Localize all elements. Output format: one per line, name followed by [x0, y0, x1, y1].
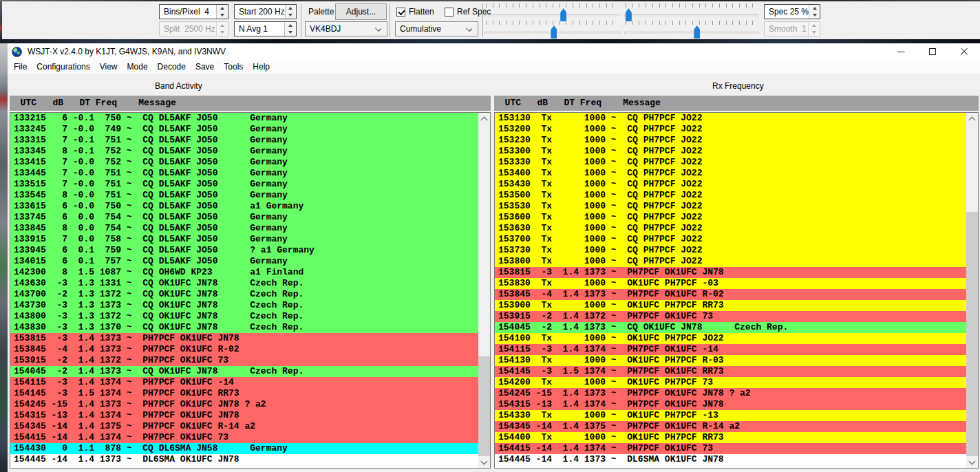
decode-row[interactable]: 154445 -14 1.4 1373 ~ DL6SMA OK1UFC JN78	[10, 454, 478, 465]
decode-row[interactable]: 153900 Tx 1000 ~ OK1UFC PH7PCF RR73	[495, 300, 966, 311]
spin-down-icon[interactable]	[217, 12, 228, 19]
menu-view[interactable]: View	[95, 60, 122, 74]
spin-up-icon[interactable]	[285, 22, 296, 29]
decode-row[interactable]: 143800 -3 1.3 1372 ~ CQ OK1UFC JN78 Czec…	[10, 311, 478, 322]
decode-row[interactable]: 154415 -14 1.4 1374 ~ PH7PCF OK1UFC 73	[495, 443, 966, 454]
decode-row[interactable]: 143630 -3 1.3 1331 ~ CQ OK1UFC JN78 Czec…	[10, 278, 478, 289]
decode-row[interactable]: 133315 7 -0.1 751 ~ CQ DL5AKF JO50 Germa…	[10, 135, 478, 146]
spinner-arrows[interactable]	[284, 22, 296, 36]
decode-row[interactable]: 153400 Tx 1000 ~ CQ PH7PCF JO22	[495, 168, 966, 179]
decode-row[interactable]: 153300 Tx 1000 ~ CQ PH7PCF JO22	[495, 146, 966, 157]
decode-row[interactable]: 153915 -2 1.4 1372 ~ PH7PCF OK1UFC 73	[495, 311, 966, 322]
menu-save[interactable]: Save	[191, 60, 219, 74]
spin-down-icon[interactable]	[285, 29, 296, 36]
flatten-checkbox[interactable]: Flatten	[396, 6, 434, 18]
spin-up-icon[interactable]	[286, 5, 296, 12]
decode-row[interactable]: 143830 -3 1.3 1370 ~ CQ OK1UFC JN78 Czec…	[10, 322, 478, 333]
scroll-down-button[interactable]	[478, 456, 490, 468]
spin-up-icon[interactable]	[217, 5, 228, 12]
decode-row[interactable]: 153845 -4 1.4 1373 ~ PH7PCF OK1UFC R-02	[495, 289, 966, 300]
slider-handle[interactable]	[551, 25, 557, 39]
decode-row[interactable]: 133845 8 0.0 754 ~ CQ DL5AKF JO50 German…	[10, 223, 478, 234]
menu-file[interactable]: File	[9, 60, 32, 74]
slider-groove[interactable]	[624, 14, 758, 17]
slider-groove[interactable]	[484, 14, 620, 17]
n-avg-spinner[interactable]: N Avg 1	[234, 21, 297, 36]
maximize-button[interactable]	[917, 43, 948, 60]
decode-row[interactable]: 153500 Tx 1000 ~ CQ PH7PCF JO22	[495, 190, 966, 201]
decode-row[interactable]: 154145 -3 1.5 1374 ~ PH7PCF OK1UFC RR73	[10, 388, 478, 399]
menu-configurations[interactable]: Configurations	[32, 60, 94, 74]
bins-pixel-spinner[interactable]: Bins/Pixel 4	[159, 4, 228, 19]
close-button[interactable]	[948, 43, 980, 60]
decode-row[interactable]: 154045 -2 1.4 1373 ~ CQ OK1UFC JN78 Czec…	[10, 366, 478, 377]
zero-slider-2[interactable]	[624, 21, 758, 39]
decode-row[interactable]: 134015 6 0.1 757 ~ CQ DL5AKF JO50 German…	[10, 256, 478, 267]
decode-row[interactable]: 133245 7 -0.0 749 ~ CQ DL5AKF JO50 Germa…	[10, 124, 478, 135]
spin-down-icon[interactable]	[286, 12, 296, 19]
decode-row[interactable]: 133515 7 -0.0 751 ~ CQ DL5AKF JO50 Germa…	[10, 179, 478, 190]
decode-row[interactable]: 133915 7 0.0 758 ~ CQ DL5AKF JO50 German…	[10, 234, 478, 245]
decode-row[interactable]: 154315 -13 1.4 1374 ~ PH7PCF OK1UFC JN78	[495, 399, 966, 410]
band-activity-scrollbar[interactable]	[478, 113, 490, 468]
decode-row[interactable]: 154245 -15 1.4 1373 ~ PH7PCF OK1UFC JN78…	[495, 388, 966, 399]
spinner-arrows[interactable]	[216, 5, 228, 19]
decode-row[interactable]: 153800 Tx 1000 ~ CQ PH7PCF JO22	[495, 256, 966, 267]
decode-row[interactable]: 153230 Tx 1000 ~ CQ PH7PCF JO22	[495, 135, 966, 146]
start-freq-spinner[interactable]: Start 200 Hz	[234, 4, 297, 19]
decode-row[interactable]: 153845 -4 1.4 1373 ~ PH7PCF OK1UFC R-02	[10, 344, 478, 355]
spin-up-icon[interactable]	[809, 5, 820, 12]
menu-decode[interactable]: Decode	[153, 60, 191, 74]
decode-row[interactable]: 133615 6 -0.0 750 ~ CQ DL5AKF JO50 a1 Ge…	[10, 201, 478, 212]
decode-row[interactable]: 154100 Tx 1000 ~ OK1UFC PH7PCF JO22	[495, 333, 966, 344]
menu-mode[interactable]: Mode	[122, 60, 153, 74]
decode-row[interactable]: 154345 -14 1.4 1375 ~ PH7PCF OK1UFC R-14…	[10, 421, 478, 432]
decode-row[interactable]: 133345 8 -0.1 752 ~ CQ DL5AKF JO50 Germa…	[10, 146, 478, 157]
decode-row[interactable]: 142300 8 1.5 1087 ~ CQ OH6WD KP23 a1 Fin…	[10, 267, 478, 278]
scroll-up-button[interactable]	[478, 113, 490, 125]
checkbox-checked-icon[interactable]	[396, 8, 405, 17]
decode-row[interactable]: 154430 0 1.1 878 ~ CQ DL6SMA JN58 German…	[10, 443, 478, 454]
decode-row[interactable]: 133545 8 -0.0 751 ~ CQ DL5AKF JO50 Germa…	[10, 190, 478, 201]
decode-row[interactable]: 133745 6 0.0 754 ~ CQ DL5AKF JO50 German…	[10, 212, 478, 223]
decode-row[interactable]: 154445 -14 1.4 1373 ~ DL6SMA OK1UFC JN78	[495, 454, 966, 465]
slider-handle[interactable]	[694, 25, 700, 39]
display-mode-combobox[interactable]: Cumulative	[395, 21, 478, 36]
decode-row[interactable]: 153630 Tx 1000 ~ CQ PH7PCF JO22	[495, 223, 966, 234]
decode-row[interactable]: 153700 Tx 1000 ~ CQ PH7PCF JO22	[495, 234, 966, 245]
gain-slider-2[interactable]	[484, 21, 620, 39]
minimize-button[interactable]	[885, 43, 917, 60]
decode-row[interactable]: 153130 Tx 1000 ~ CQ PH7PCF JO22	[495, 113, 966, 124]
slider-handle[interactable]	[560, 8, 566, 21]
gain-slider-1[interactable]	[484, 3, 620, 21]
decode-row[interactable]: 154200 Tx 1000 ~ OK1UFC PH7PCF 73	[495, 377, 966, 388]
spin-down-icon[interactable]	[809, 12, 820, 19]
decode-row[interactable]: 153430 Tx 1000 ~ CQ PH7PCF JO22	[495, 179, 966, 190]
decode-row[interactable]: 153730 Tx 1000 ~ CQ PH7PCF JO22	[495, 245, 966, 256]
decode-row[interactable]: 143730 -3 1.3 1373 ~ CQ OK1UFC JN78 Czec…	[10, 300, 478, 311]
decode-row[interactable]: 153830 Tx 1000 ~ OK1UFC PH7PCF -03	[495, 278, 966, 289]
spinner-arrows[interactable]	[809, 5, 820, 19]
scrollbar-thumb[interactable]	[478, 356, 490, 456]
decode-row[interactable]: 153815 -3 1.4 1373 ~ PH7PCF OK1UFC JN78	[10, 333, 478, 344]
decode-row[interactable]: 153530 Tx 1000 ~ CQ PH7PCF JO22	[495, 201, 966, 212]
slider-groove[interactable]	[624, 32, 758, 34]
slider-handle[interactable]	[626, 8, 632, 21]
decode-row[interactable]: 153915 -2 1.4 1372 ~ PH7PCF OK1UFC 73	[10, 355, 478, 366]
decode-row[interactable]: 154145 -3 1.5 1374 ~ PH7PCF OK1UFC RR73	[495, 366, 966, 377]
decode-row[interactable]: 153200 Tx 1000 ~ CQ PH7PCF JO22	[495, 124, 966, 135]
adjust-button[interactable]: Adjust...	[335, 3, 387, 20]
decode-row[interactable]: 154345 -14 1.4 1375 ~ PH7PCF OK1UFC R-14…	[495, 421, 966, 432]
rx-frequency-scrollbar[interactable]	[966, 113, 978, 468]
menu-help[interactable]: Help	[248, 60, 275, 74]
decode-row[interactable]: 153600 Tx 1000 ~ CQ PH7PCF JO22	[495, 212, 966, 223]
scroll-up-button[interactable]	[966, 113, 978, 125]
decode-row[interactable]: 133945 6 0.1 759 ~ CQ DL5AKF JO50 ? a1 G…	[10, 245, 478, 256]
decode-row[interactable]: 143700 -2 1.3 1372 ~ CQ OK1UFC JN78 Czec…	[10, 289, 478, 300]
decode-row[interactable]: 154115 -3 1.4 1374 ~ PH7PCF OK1UFC -14	[10, 377, 478, 388]
decode-row[interactable]: 154115 -3 1.4 1374 ~ PH7PCF OK1UFC -14	[495, 344, 966, 355]
decode-row[interactable]: 153815 -3 1.4 1373 ~ PH7PCF OK1UFC JN78	[495, 267, 966, 278]
decode-row[interactable]: 153330 Tx 1000 ~ CQ PH7PCF JO22	[495, 157, 966, 168]
decode-row[interactable]: 133445 7 -0.0 751 ~ CQ DL5AKF JO50 Germa…	[10, 168, 478, 179]
decode-row[interactable]: 154045 -2 1.4 1373 ~ CQ OK1UFC JN78 Czec…	[495, 322, 966, 333]
